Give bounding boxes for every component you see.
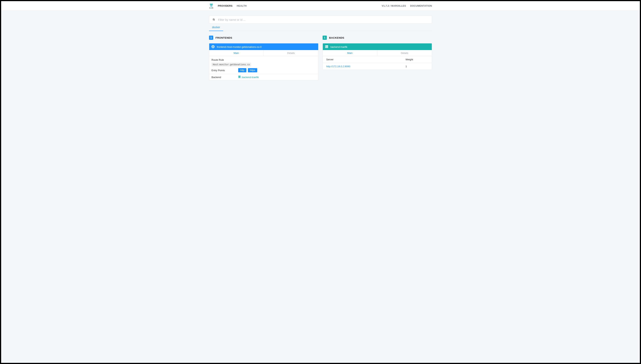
search-icon (212, 18, 215, 21)
route-rule-value: Host:monitor.getdonations.co (211, 63, 251, 66)
backend-link[interactable]: backend-traefik (238, 76, 259, 79)
version-label[interactable]: V1.7.2 / MAROILLES (382, 4, 406, 7)
th-server: Server (326, 58, 406, 61)
server-url-link[interactable]: http://172.18.0.2:8080 (326, 65, 351, 68)
backend-card-title: backend-traefik (331, 46, 347, 48)
frontends-title: FRONTENDS (215, 36, 232, 39)
frontend-card-title: frontend-Host-monitor-getdonations-co-0 (217, 46, 262, 48)
frontend-card: frontend-Host-monitor-getdonations-co-0 … (209, 43, 318, 80)
server-icon (325, 45, 328, 49)
logo-text: træfik (209, 7, 213, 8)
svg-point-13 (326, 46, 326, 47)
backend-table-head: Server Weight (323, 56, 432, 63)
backend-tab-details[interactable]: Details (377, 50, 432, 56)
frontends-count-badge: 1 (209, 36, 213, 40)
backend-card: backend-traefik Main Details Server Weig… (323, 43, 432, 70)
backend-table-row: http://172.18.0.2:8080 1 (323, 63, 432, 70)
server-weight: 1 (406, 65, 428, 68)
backends-column: 1 BACKENDS (323, 36, 432, 80)
backends-title: BACKENDS (329, 36, 344, 39)
traefik-logo[interactable]: træfik (209, 3, 214, 9)
entry-points-list: http https (238, 68, 257, 72)
gopher-icon (209, 3, 213, 7)
backend-label: Backend (211, 76, 237, 79)
entry-point-pill: https (248, 68, 257, 72)
frontend-card-header: frontend-Host-monitor-getdonations-co-0 (209, 44, 318, 50)
svg-point-12 (326, 46, 326, 46)
server-icon (238, 76, 241, 79)
backends-count-badge: 1 (323, 36, 327, 40)
frontend-card-tabs: Main Details (209, 50, 318, 56)
entry-point-pill: http (238, 68, 246, 72)
backend-card-tabs: Main Details (323, 50, 432, 56)
frontend-tab-details[interactable]: Details (263, 50, 318, 56)
th-weight: Weight (406, 58, 428, 61)
svg-rect-8 (238, 78, 240, 78)
filter-input[interactable] (218, 18, 429, 22)
provider-tabs: docker (209, 24, 432, 31)
tab-docker[interactable]: docker (209, 24, 223, 31)
backend-tab-main[interactable]: Main (323, 50, 377, 56)
entry-points-label: Entry Points (211, 69, 237, 72)
backend-card-header: backend-traefik (323, 44, 432, 50)
backend-link-text: backend-traefik (242, 76, 259, 79)
frontend-tab-main[interactable]: Main (209, 50, 264, 56)
svg-point-4 (211, 5, 211, 6)
svg-rect-11 (325, 48, 328, 48)
nav-health[interactable]: HEALTH (237, 4, 247, 7)
globe-icon (211, 45, 215, 49)
svg-rect-6 (238, 76, 240, 76)
route-rule-label: Route Rule (211, 58, 316, 61)
svg-rect-0 (210, 4, 213, 4)
nav-providers[interactable]: PROVIDERS (218, 4, 232, 7)
svg-point-5 (212, 5, 212, 6)
filter-bar (209, 16, 432, 24)
svg-rect-7 (238, 76, 240, 77)
top-nav: træfik PROVIDERS HEALTH V1.7.2 / MAROILL… (1, 1, 640, 11)
frontends-column: 1 FRONTENDS frontend-Host-monitor-getdon… (209, 36, 318, 80)
nav-documentation[interactable]: DOCUMENTATION (410, 4, 432, 7)
